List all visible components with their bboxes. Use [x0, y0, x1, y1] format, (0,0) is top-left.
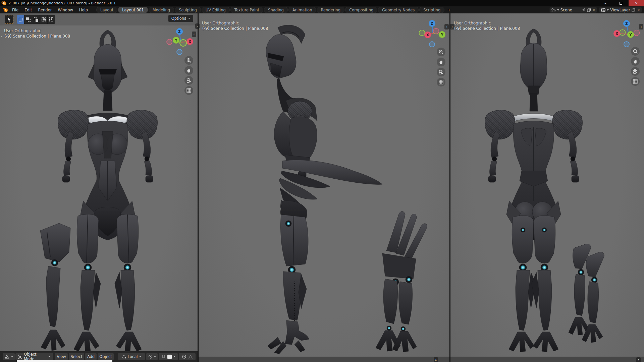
- view-menu[interactable]: View: [55, 353, 68, 360]
- navigation-gizmo[interactable]: Z Y X: [166, 27, 196, 59]
- blender-menu-icon[interactable]: [3, 8, 8, 12]
- robot-right-leg-back[interactable]: [532, 216, 558, 352]
- snapping-controls[interactable]: [159, 353, 178, 360]
- region-expand-right-button[interactable]: ›: [450, 24, 454, 29]
- menu-file[interactable]: File: [9, 7, 21, 13]
- axis-neg-z-handle[interactable]: [429, 42, 435, 47]
- transform-orientation-selector[interactable]: Local: [118, 353, 145, 360]
- axis-neg-x-handle[interactable]: [634, 30, 640, 36]
- tab-layout-001[interactable]: Layout.001: [118, 7, 148, 13]
- maximize-button[interactable]: [613, 0, 629, 6]
- select-mode-extend-button[interactable]: [24, 15, 32, 24]
- viewport-front[interactable]: Options User Orthographic › (-9) Scene C…: [0, 13, 198, 362]
- robot-leg-side[interactable]: [268, 215, 309, 354]
- select-mode-subtract-button[interactable]: [32, 15, 40, 24]
- robot-left-leg-front[interactable]: [74, 214, 101, 352]
- proportional-editing-controls[interactable]: [179, 353, 196, 360]
- add-workspace-button[interactable]: +: [445, 7, 453, 12]
- model-back-view-render[interactable]: [450, 13, 644, 362]
- footer-expand-button[interactable]: ∧: [636, 357, 641, 362]
- menu-render[interactable]: Render: [35, 7, 55, 13]
- zoom-button[interactable]: [437, 48, 445, 56]
- axis-neg-y-handle[interactable]: [419, 30, 425, 36]
- select-mode-set-button[interactable]: [17, 15, 24, 24]
- select-mode-intersect-button[interactable]: [48, 15, 55, 24]
- tab-geometry-nodes[interactable]: Geometry Nodes: [378, 7, 419, 13]
- orthographic-toggle-button[interactable]: [631, 77, 640, 86]
- axis-z-handle[interactable]: Z: [429, 20, 435, 27]
- new-view-layer-icon[interactable]: [632, 8, 636, 12]
- menu-edit[interactable]: Edit: [21, 7, 35, 13]
- minimize-button[interactable]: –: [598, 0, 613, 6]
- region-expand-left-button[interactable]: ‹: [192, 32, 196, 37]
- select-mode-invert-button[interactable]: [40, 15, 48, 24]
- axis-neg-x-handle[interactable]: [167, 39, 172, 45]
- close-button[interactable]: ×: [629, 0, 644, 6]
- unlink-scene-icon[interactable]: ×: [592, 8, 596, 12]
- zoom-button[interactable]: [184, 56, 193, 65]
- camera-view-button[interactable]: [437, 68, 445, 76]
- axis-neg-z-handle[interactable]: [624, 42, 629, 47]
- orthographic-toggle-button[interactable]: [184, 86, 193, 95]
- axis-y-handle[interactable]: Y: [439, 31, 445, 38]
- tab-uv-editing[interactable]: UV Editing: [202, 7, 230, 13]
- robot-figure-front[interactable]: [40, 30, 157, 352]
- axis-x-handle[interactable]: X: [424, 32, 431, 38]
- axis-neg-y-handle[interactable]: [180, 40, 186, 46]
- pin-icon[interactable]: [582, 8, 586, 12]
- select-menu[interactable]: Select: [69, 353, 84, 360]
- pan-button[interactable]: [437, 58, 445, 66]
- tab-modeling[interactable]: Modeling: [149, 7, 174, 13]
- scene-selector[interactable]: Scene ×: [549, 7, 597, 13]
- axis-y-handle[interactable]: Y: [173, 37, 179, 44]
- tab-rendering[interactable]: Rendering: [317, 7, 344, 13]
- tab-compositing[interactable]: Compositing: [345, 7, 377, 13]
- object-menu[interactable]: Object: [98, 353, 114, 360]
- menu-window[interactable]: Window: [55, 7, 76, 13]
- header-collapse-arrow[interactable]: ›: [1, 34, 2, 39]
- footer-expand-button[interactable]: ∧: [434, 357, 438, 362]
- pan-button[interactable]: [631, 57, 640, 66]
- add-menu[interactable]: Add: [85, 353, 97, 360]
- pan-button[interactable]: [184, 66, 193, 75]
- model-front-view-render[interactable]: [0, 13, 198, 362]
- region-expand-right-button[interactable]: ›: [195, 23, 200, 29]
- tab-scripting[interactable]: Scripting: [419, 7, 444, 13]
- view-layer-selector[interactable]: ViewLayer ×: [599, 7, 642, 13]
- axis-neg-z-handle[interactable]: [177, 49, 182, 55]
- editor-type-button[interactable]: [3, 353, 15, 360]
- remove-view-layer-icon[interactable]: ×: [637, 8, 640, 12]
- axis-z-handle[interactable]: Z: [623, 20, 630, 27]
- zoom-button[interactable]: [631, 47, 640, 56]
- robot-spare-legs-back[interactable]: [569, 244, 604, 343]
- axis-y-handle[interactable]: Y: [627, 31, 634, 38]
- viewport-side[interactable]: User Orthographic › (-9) Scene Collectio…: [199, 13, 449, 362]
- options-button[interactable]: Options: [168, 15, 193, 22]
- axis-neg-y-handle[interactable]: [620, 30, 626, 36]
- tab-animation[interactable]: Animation: [288, 7, 316, 13]
- robot-spare-leg-front[interactable]: [40, 223, 70, 351]
- new-scene-icon[interactable]: [587, 8, 591, 12]
- tab-shading[interactable]: Shading: [264, 7, 288, 13]
- viewport-back[interactable]: User Orthographic › (-9) Scene Collectio…: [450, 13, 644, 362]
- robot-figure-back[interactable]: [485, 29, 604, 352]
- model-side-view-render[interactable]: [199, 13, 449, 362]
- region-expand-left-button[interactable]: ‹: [444, 24, 449, 29]
- tab-layout[interactable]: Layout: [96, 7, 117, 13]
- camera-view-button[interactable]: [184, 76, 193, 85]
- mode-selector[interactable]: Object Mode: [15, 353, 53, 360]
- axis-x-handle[interactable]: X: [613, 30, 620, 37]
- menu-help[interactable]: Help: [76, 7, 91, 13]
- region-expand-left-button[interactable]: ‹: [639, 24, 643, 29]
- camera-view-button[interactable]: [631, 67, 640, 76]
- active-tool-tweak-button[interactable]: [5, 15, 13, 24]
- axis-z-handle[interactable]: Z: [176, 28, 183, 35]
- robot-right-leg-front[interactable]: [115, 214, 142, 352]
- orthographic-toggle-button[interactable]: [437, 78, 445, 86]
- pivot-point-selector[interactable]: [146, 353, 158, 360]
- tab-sculpting[interactable]: Sculpting: [175, 7, 201, 13]
- tab-texture-paint[interactable]: Texture Paint: [230, 7, 263, 13]
- robot-figure-side[interactable]: [266, 25, 427, 354]
- axis-neg-x-handle[interactable]: [433, 28, 439, 34]
- axis-x-handle[interactable]: X: [186, 38, 193, 45]
